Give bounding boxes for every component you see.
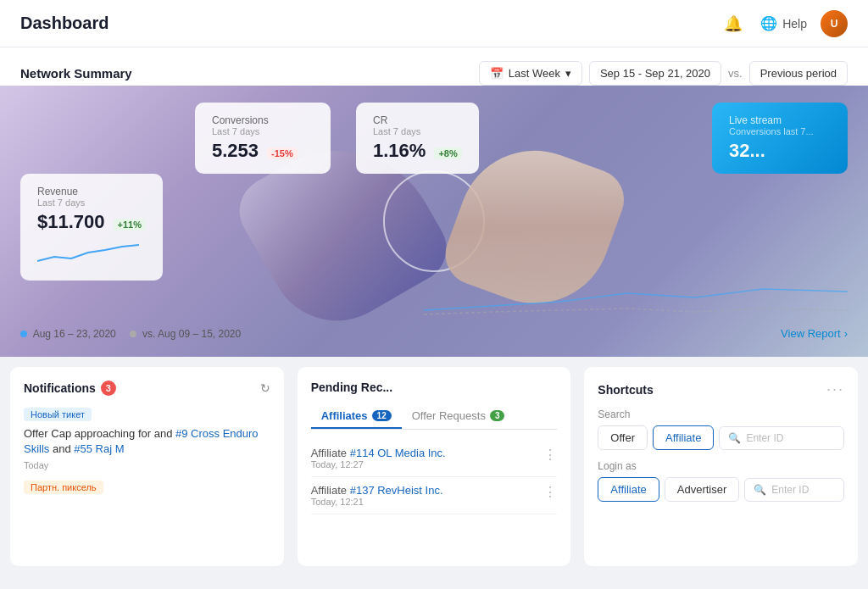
login-affiliate-button[interactable]: Affiliate — [598, 477, 659, 502]
affiliates-count-badge: 12 — [372, 410, 392, 421]
cr-stat-card: CR Last 7 days 1.16% +8% — [356, 103, 479, 174]
view-report-label: View Report — [781, 327, 841, 340]
bell-icon: 🔔 — [724, 14, 743, 33]
bottom-section: Notifications 3 ↻ Новый тикет Offer Cap … — [0, 357, 868, 576]
topbar: Dashboard 🔔 🌐 Help U — [0, 0, 868, 47]
notification-text-1: Offer Cap approaching for and #9 Cross E… — [24, 426, 270, 457]
pending-title-text: Pending Rec... — [311, 381, 392, 394]
tab-offer-requests[interactable]: Offer Requests 3 — [402, 404, 515, 429]
search-section-label: Search — [598, 408, 844, 420]
notif-body-text: Offer Cap approaching for and — [24, 427, 172, 440]
tab-offer-requests-label: Offer Requests — [412, 409, 486, 422]
notification-item-2: Партн. пиксель — [24, 479, 270, 499]
cr-value: 1.16% — [373, 140, 426, 162]
shortcuts-header: Shortcuts ··· — [598, 381, 844, 398]
main-content: Network Summary 📅 Last Week ▾ Sep 15 - S… — [0, 47, 868, 589]
notif-link-2[interactable]: #55 Raj M — [74, 442, 124, 455]
notification-tag-1: Новый тикет — [24, 408, 92, 421]
avatar[interactable]: U — [821, 10, 848, 37]
date-range-text: Sep 15 - Sep 21, 2020 — [589, 61, 721, 86]
live-label: Live stream — [729, 114, 831, 126]
search-icon: 🔍 — [728, 432, 741, 444]
date-range-label: Last Week — [509, 67, 560, 80]
previous-period-button[interactable]: Previous period — [749, 61, 848, 86]
more-icon-1[interactable]: ⋮ — [543, 447, 557, 463]
notification-item-1: Новый тикет Offer Cap approaching for an… — [24, 406, 270, 470]
legend-period1: Aug 16 – 23, 2020 — [33, 328, 116, 340]
live-stream-card: Live stream Conversions last 7... 32... — [712, 103, 848, 174]
revenue-period: Last 7 days — [37, 197, 146, 208]
search-placeholder: Enter ID — [746, 432, 783, 444]
search-affiliate-button[interactable]: Affiliate — [653, 425, 714, 450]
login-id-input-wrapper[interactable]: 🔍 Enter ID — [744, 478, 844, 502]
offer-requests-count-badge: 3 — [490, 410, 505, 421]
bell-button[interactable]: 🔔 — [720, 10, 747, 37]
request-time-2: Today, 12:21 — [311, 497, 443, 507]
search-id-input-wrapper[interactable]: 🔍 Enter ID — [719, 426, 844, 450]
notification-tag-2: Партн. пиксель — [24, 481, 103, 494]
shortcuts-more-icon[interactable]: ··· — [826, 381, 844, 398]
request-link-2[interactable]: #137 RevHeist Inc. — [350, 484, 443, 497]
login-search-icon: 🔍 — [754, 484, 766, 496]
login-advertiser-button[interactable]: Advertiser — [665, 477, 740, 502]
main-chart — [424, 276, 848, 319]
login-placeholder: Enter ID — [771, 484, 809, 496]
conversions-label: Conversions — [212, 114, 314, 126]
notifications-header: Notifications 3 ↻ — [24, 381, 270, 396]
legend-dot-1 — [20, 331, 27, 337]
network-summary-title: Network Summary — [20, 66, 132, 81]
chart-legend: Aug 16 – 23, 2020 vs. Aug 09 – 15, 2020 — [20, 328, 241, 340]
pending-requests-panel: Pending Rec... Affiliates 12 Offer Reque… — [298, 367, 571, 566]
pending-requests-header: Pending Rec... — [311, 381, 558, 394]
tab-affiliates[interactable]: Affiliates 12 — [311, 404, 402, 429]
login-section-label: Login as — [598, 460, 844, 472]
login-shortcut-section: Login as Affiliate Advertiser 🔍 Enter ID — [598, 460, 844, 502]
request-time-1: Today, 12:27 — [311, 459, 446, 470]
view-report-button[interactable]: View Report › — [781, 327, 848, 340]
calendar-icon: 📅 — [490, 67, 504, 80]
network-header: Network Summary 📅 Last Week ▾ Sep 15 - S… — [0, 47, 868, 86]
pending-requests-title: Pending Rec... — [311, 381, 392, 394]
request-label-2: Affiliate — [311, 484, 347, 497]
help-button[interactable]: 🌐 Help — [760, 15, 807, 31]
notifications-title-text: Notifications — [24, 381, 96, 395]
notification-time-1: Today — [24, 460, 270, 470]
request-link-1[interactable]: #114 OL Media Inc. — [350, 447, 446, 459]
more-icon-2[interactable]: ⋮ — [543, 484, 557, 500]
request-item-1: Affiliate #114 OL Media Inc. Today, 12:2… — [311, 440, 558, 477]
search-shortcut-section: Search Offer Affiliate 🔍 Enter ID — [598, 408, 844, 450]
date-range-button[interactable]: 📅 Last Week ▾ — [479, 61, 582, 86]
cr-period: Last 7 days — [373, 126, 462, 136]
shortcuts-panel: Shortcuts ··· Search Offer Affiliate 🔍 E… — [584, 367, 858, 566]
search-offer-button[interactable]: Offer — [598, 425, 648, 450]
legend-period2: vs. Aug 09 – 15, 2020 — [142, 328, 241, 340]
chevron-right-icon: › — [844, 327, 848, 340]
revenue-badge: +11% — [114, 219, 146, 231]
request-item-2: Affiliate #137 RevHeist Inc. Today, 12:2… — [311, 477, 558, 514]
notifications-panel: Notifications 3 ↻ Новый тикет Offer Cap … — [10, 367, 284, 566]
cr-badge: +8% — [434, 147, 461, 159]
revenue-label: Revenue — [37, 186, 146, 197]
conversions-value: 5.253 — [212, 140, 259, 162]
hero-area: Conversions Last 7 days 5.253 -15% CR La… — [0, 86, 868, 357]
vs-label: vs. — [728, 67, 743, 80]
chevron-down-icon: ▾ — [565, 67, 571, 80]
notifications-badge: 3 — [101, 381, 116, 396]
pending-requests-tabs: Affiliates 12 Offer Requests 3 — [311, 404, 558, 430]
refresh-icon[interactable]: ↻ — [260, 381, 270, 395]
topbar-actions: 🔔 🌐 Help U — [720, 10, 848, 37]
notifications-title: Notifications 3 — [24, 381, 116, 396]
chart-area: Aug 16 – 23, 2020 vs. Aug 09 – 15, 2020 … — [20, 281, 848, 340]
request-label-1: Affiliate — [311, 447, 347, 459]
network-summary-section: Network Summary 📅 Last Week ▾ Sep 15 - S… — [0, 47, 868, 357]
conversions-period: Last 7 days — [212, 126, 314, 136]
live-period: Conversions last 7... — [729, 126, 831, 136]
conversions-badge: -15% — [267, 147, 298, 159]
page-title: Dashboard — [20, 14, 108, 33]
revenue-stat-card: Revenue Last 7 days $11.700 +11% — [20, 174, 163, 281]
conversions-stat-card: Conversions Last 7 days 5.253 -15% — [195, 103, 331, 174]
cr-label: CR — [373, 114, 462, 126]
legend-dot-2 — [130, 331, 136, 337]
help-label: Help — [782, 17, 807, 31]
date-controls: 📅 Last Week ▾ Sep 15 - Sep 21, 2020 vs. … — [479, 61, 848, 86]
